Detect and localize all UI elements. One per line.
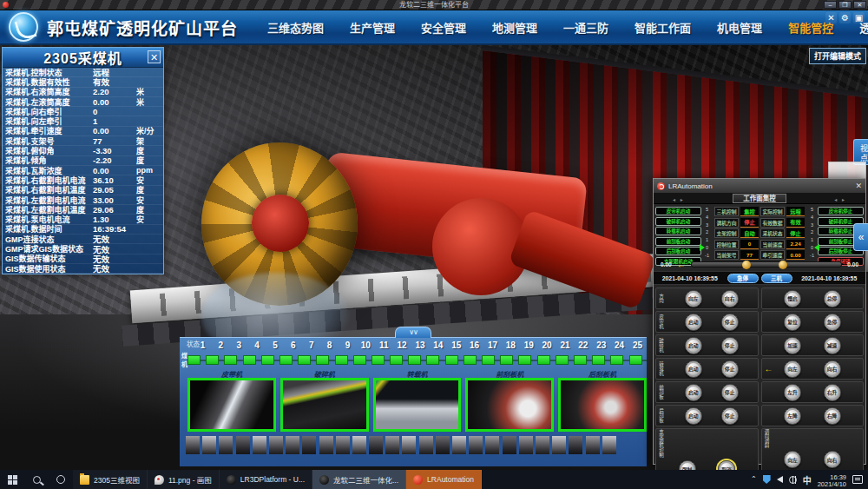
filmstrip-thumbnail[interactable]	[536, 436, 549, 454]
support-state-cell[interactable]	[482, 355, 495, 365]
round-button[interactable]: 启动	[685, 337, 702, 354]
nav-item[interactable]: 生产管理	[350, 19, 395, 36]
start-button[interactable]: 前刮板启动	[655, 237, 701, 246]
support-state-cell[interactable]	[629, 355, 642, 365]
round-button[interactable]: 向右	[824, 360, 841, 378]
settings-gear-icon[interactable]: ⚙	[839, 12, 851, 23]
shearer-panel-close-icon[interactable]: ✕	[148, 50, 161, 63]
minimize-button[interactable]: –	[824, 1, 837, 9]
position-slider[interactable]	[691, 261, 843, 268]
nav-item[interactable]: 机电管理	[717, 19, 762, 36]
start-button[interactable]: 皮带机启动	[655, 207, 701, 215]
filmstrip-thumbnail[interactable]	[369, 436, 383, 454]
support-state-cell[interactable]	[537, 355, 550, 365]
filmstrip-thumbnail[interactable]	[286, 436, 299, 454]
support-state-cell[interactable]	[445, 355, 458, 365]
filmstrip-thumbnail[interactable]	[402, 436, 416, 454]
support-state-cell[interactable]	[556, 355, 569, 365]
filmstrip-thumbnail[interactable]	[319, 436, 333, 454]
round-button[interactable]: 启动	[685, 384, 702, 401]
tools-icon[interactable]: ✕	[825, 12, 837, 23]
stop-button[interactable]: 皮带机停止	[818, 207, 864, 215]
taskbar-clock[interactable]: 16:39 2021/4/10	[818, 472, 846, 488]
nav-item[interactable]: 三维态势图	[267, 19, 324, 36]
round-button[interactable]: 向右	[824, 451, 841, 468]
taskbar-app[interactable]: LRAutomation	[406, 470, 482, 489]
pill-button-left[interactable]: 急停	[727, 274, 759, 283]
slider-knob[interactable]	[742, 261, 751, 269]
filmstrip-thumbnail[interactable]	[469, 436, 483, 454]
filmstrip-thumbnail[interactable]	[219, 436, 233, 454]
filmstrip-thumbnail[interactable]	[186, 436, 200, 454]
fit-window-icon[interactable]: ▣	[853, 12, 865, 23]
round-button[interactable]: 启动	[685, 314, 702, 331]
support-state-cell[interactable]	[224, 355, 237, 365]
close-button[interactable]: ✕	[853, 1, 866, 9]
filmstrip-thumbnail[interactable]	[552, 436, 566, 454]
open-edit-mode-button[interactable]: 打开编辑模式	[809, 48, 866, 64]
filmstrip-thumbnail[interactable]	[436, 436, 450, 454]
round-button[interactable]: 左降	[784, 407, 801, 425]
security-shield-icon[interactable]	[763, 475, 771, 484]
lrautomation-close-icon[interactable]: ✕	[855, 182, 862, 190]
tab-scroll-left-icon[interactable]: ◂ ▸	[673, 196, 685, 202]
camera-thumbnail[interactable]	[280, 378, 369, 432]
round-button[interactable]: 停止	[721, 384, 739, 401]
support-state-cell[interactable]	[206, 355, 219, 365]
tab-scroll-right-icon[interactable]: ◂ ▸	[834, 196, 846, 202]
round-button[interactable]: 停止	[721, 337, 739, 354]
filmstrip-thumbnail[interactable]	[385, 436, 399, 454]
taskbar-search-button[interactable]	[24, 470, 49, 489]
support-state-cell[interactable]	[353, 355, 366, 365]
nav-item[interactable]: 地测管理	[492, 19, 537, 36]
round-button[interactable]: 总停	[824, 290, 841, 307]
workface-control-tab[interactable]: 工作面集控	[733, 194, 786, 203]
camera-thumbnail[interactable]	[373, 378, 462, 432]
round-button[interactable]: 慢启	[784, 290, 801, 307]
support-state-cell[interactable]	[316, 355, 329, 365]
support-state-cell[interactable]	[261, 355, 274, 365]
volume-icon[interactable]	[777, 476, 783, 483]
lrautomation-titlebar[interactable]: LRAutomation ✕	[654, 179, 865, 193]
nav-item[interactable]: 一通三防	[563, 19, 608, 36]
support-state-cell[interactable]	[408, 355, 421, 365]
notification-center-icon[interactable]	[852, 475, 863, 484]
support-state-cell[interactable]	[464, 355, 477, 365]
round-button[interactable]: 向左	[784, 451, 801, 468]
filmstrip-thumbnail[interactable]	[452, 436, 466, 454]
support-state-cell[interactable]	[592, 355, 605, 365]
filmstrip-thumbnail[interactable]	[302, 436, 316, 454]
taskbar-app[interactable]: 龙软二三维一体化...	[312, 470, 406, 489]
slider-knob[interactable]	[779, 261, 787, 269]
pill-button-right[interactable]: 三机	[761, 274, 792, 283]
round-button[interactable]: 急停	[824, 314, 841, 331]
filmstrip-thumbnail[interactable]	[519, 436, 533, 454]
start-button[interactable]	[0, 470, 24, 489]
support-state-cell[interactable]	[390, 355, 403, 365]
filmstrip-thumbnail[interactable]	[269, 436, 283, 454]
filmstrip-thumbnail[interactable]	[253, 436, 266, 454]
round-button[interactable]: 向左	[685, 290, 702, 307]
filmstrip-thumbnail[interactable]	[352, 436, 366, 454]
support-state-cell[interactable]	[243, 355, 256, 365]
panel-collapse-chevron-icon[interactable]: ∨∨	[395, 327, 431, 338]
filmstrip-thumbnail[interactable]	[586, 436, 600, 454]
support-state-cell[interactable]	[426, 355, 439, 365]
taskbar-app[interactable]: LR3DPlatform - U...	[220, 470, 312, 489]
support-state-cell[interactable]	[574, 355, 587, 365]
filmstrip-thumbnail[interactable]	[336, 436, 350, 454]
panel-collapse-tab[interactable]: «	[853, 223, 868, 251]
support-state-cell[interactable]	[610, 355, 623, 365]
round-button[interactable]: 左升	[784, 384, 801, 401]
camera-thumbnail[interactable]	[558, 378, 647, 432]
round-button[interactable]: 复位	[784, 314, 801, 331]
filmstrip-thumbnail[interactable]	[503, 436, 516, 454]
camera-thumbnail[interactable]	[187, 378, 276, 432]
round-button[interactable]: 启动	[685, 407, 702, 425]
support-state-cell[interactable]	[279, 355, 293, 365]
round-button[interactable]: 启动	[685, 360, 702, 378]
filmstrip-thumbnail[interactable]	[419, 436, 433, 454]
round-button[interactable]: 加速	[784, 337, 801, 354]
round-button[interactable]: 减速	[824, 337, 841, 354]
taskbar-app[interactable]: 11.png - 画图	[148, 470, 220, 489]
